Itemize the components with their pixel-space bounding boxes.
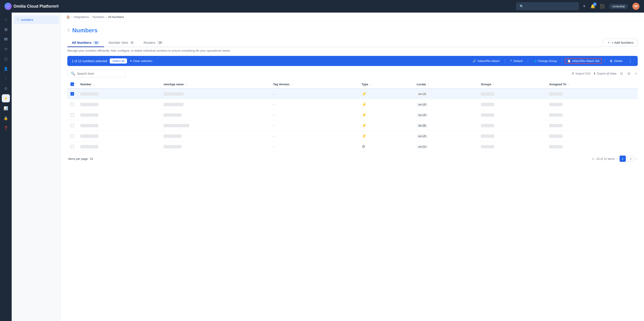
cell-tag: - xyxy=(270,120,358,131)
type-router-icon: ⚡ xyxy=(362,113,367,117)
detach-button[interactable]: ⇡ Detach xyxy=(508,58,525,64)
type-router-icon: ⚡ xyxy=(362,134,367,138)
table-row: +12 ········· SND.··· ···· ···· ·· - ⚡ e… xyxy=(67,88,638,99)
breadcrumb-integrations[interactable]: Integrations xyxy=(74,15,89,19)
global-search[interactable]: 🔍 xyxy=(516,2,579,10)
change-group-button[interactable]: 👥 Change Group xyxy=(531,58,559,64)
cell-assigned: ocp ····· xyxy=(546,131,638,142)
page-content: ⠿ Numbers All Numbers 12 Number Sets 0 R… xyxy=(61,22,644,321)
page-1-button[interactable]: 1 xyxy=(620,156,626,162)
attach-icon: 🔗 xyxy=(472,59,476,63)
search-input[interactable] xyxy=(77,72,122,76)
nav-users[interactable]: 👤 xyxy=(2,65,10,73)
cell-assigned: ocp ····· xyxy=(546,110,638,120)
attach-label: Attach/Re-Attach xyxy=(478,59,500,63)
col-type[interactable]: Type ↓ xyxy=(358,80,414,88)
attach-reattach-button[interactable]: 🔗 Attach/Re-Attach xyxy=(470,58,502,64)
cell-number: +12 ········· xyxy=(77,120,160,131)
avatar[interactable]: OP xyxy=(632,3,640,10)
clear-selection-button[interactable]: ✕ Clear selection xyxy=(130,59,152,63)
cell-type: ⚙ xyxy=(358,142,414,152)
prev-page-button[interactable]: ‹ xyxy=(616,157,618,161)
tab-number-sets-badge: 0 xyxy=(130,41,135,44)
nav-security[interactable]: 🔒 xyxy=(2,114,10,122)
sidebar: ⠿ numbers xyxy=(12,12,61,321)
next-page-button[interactable]: › xyxy=(636,157,637,161)
cell-locale: en-US xyxy=(414,131,478,142)
nav-help[interactable]: ❓ xyxy=(2,124,10,132)
search-box[interactable]: 🔍 xyxy=(67,70,126,78)
cell-number: +12 ········· xyxy=(77,88,160,99)
col-miniapp[interactable]: miniApp name ↓ xyxy=(160,80,270,88)
clear-x-icon: ✕ xyxy=(130,59,132,63)
cell-number: +12 ········· xyxy=(77,99,160,110)
nav-phone[interactable]: ☎ xyxy=(2,35,10,43)
tab-number-sets-label: Number Sets xyxy=(108,41,128,44)
table-row: +14 ········· testE ······· - ⚙ en-CA oc… xyxy=(67,142,638,152)
sidebar-item-numbers[interactable]: ⠿ numbers xyxy=(14,16,59,24)
cell-tag: - xyxy=(270,110,358,120)
more-actions-button[interactable]: ⋮ xyxy=(628,58,633,64)
toolbar: 🔍 ⬆ Import CSV ⬇ Export all Data ⊟ ⊞ ≡ xyxy=(67,70,638,78)
detach-icon: ⇡ xyxy=(510,59,512,63)
tab-number-sets[interactable]: Number Sets 0 xyxy=(104,38,139,47)
col-locale[interactable]: Locale ↓ xyxy=(414,80,478,88)
change-group-label: Change Group xyxy=(538,59,557,63)
user-pill[interactable]: Umbrellal xyxy=(609,4,628,9)
row-checkbox[interactable] xyxy=(70,145,74,148)
help-icon[interactable]: ✦ xyxy=(582,4,586,9)
import-label: Import CSV xyxy=(576,72,590,75)
breadcrumb-numbers[interactable]: Numbers xyxy=(93,15,104,19)
select-all-checkbox[interactable] xyxy=(70,82,74,86)
row-checkbox[interactable] xyxy=(70,113,74,117)
row-checkbox[interactable] xyxy=(70,92,74,96)
tab-routers-label: Routers xyxy=(144,41,156,44)
type-router-icon: ⚡ xyxy=(362,92,367,96)
delete-icon: 🗑 xyxy=(610,59,612,63)
export-all-button[interactable]: ⬇ Export all Data xyxy=(593,72,616,75)
tab-all-numbers[interactable]: All Numbers 12 xyxy=(67,38,104,47)
table-header-row: Number ↓ miniApp name ↓ Tag Version ↓ xyxy=(67,80,638,88)
attach-set-label: Attach/Re-Attach Set xyxy=(572,59,599,63)
attach-reattach-set-button[interactable]: 📋 Attach/Re-Attach Set xyxy=(565,58,602,64)
nav-settings[interactable]: ⚙ xyxy=(2,84,10,92)
items-per-page-value[interactable]: 10 xyxy=(90,157,93,160)
row-checkbox[interactable] xyxy=(70,124,74,127)
delete-button[interactable]: 🗑 Delete xyxy=(608,58,625,64)
list-view-button[interactable]: ≡ xyxy=(634,71,638,76)
nav-upload[interactable]: ↑ xyxy=(2,74,10,82)
logo-icon: ○ xyxy=(4,3,12,10)
number-sort-icon: ↓ xyxy=(93,82,95,86)
tab-routers-badge: 16 xyxy=(156,41,163,44)
export-label: Export all Data xyxy=(597,72,616,75)
nav-flows[interactable]: ⟳ xyxy=(2,45,10,53)
col-assigned[interactable]: Assigned To ↓ xyxy=(546,80,638,88)
grid-view-button[interactable]: ⊞ xyxy=(626,70,631,76)
nav-messages[interactable]: ◫ xyxy=(2,55,10,63)
nav-analytics[interactable]: 📊 xyxy=(2,104,10,112)
selection-bar: 1 of 12 numbers selected Select all ✕ Cl… xyxy=(67,56,638,66)
nav-integrations[interactable]: ⚡ xyxy=(2,94,10,102)
add-numbers-button[interactable]: ＋ + Add Numbers xyxy=(603,38,638,47)
nav-home[interactable]: ⌂ xyxy=(2,15,10,23)
page-2-button[interactable]: 2 xyxy=(628,156,634,162)
add-numbers-label: + Add Numbers xyxy=(612,41,634,44)
import-csv-button[interactable]: ⬆ Import CSV xyxy=(572,72,590,75)
row-checkbox[interactable] xyxy=(70,102,74,106)
select-all-button[interactable]: Select all xyxy=(110,58,127,64)
col-groups[interactable]: Groups ↓ xyxy=(478,80,546,88)
tab-routers[interactable]: Routers 16 xyxy=(139,38,168,47)
col-number[interactable]: Number ↓ xyxy=(77,80,160,88)
col-tagversion[interactable]: Tag Version ↓ xyxy=(270,80,358,88)
tab-all-numbers-badge: 12 xyxy=(93,41,100,44)
search-icon: 🔍 xyxy=(520,4,524,8)
drag-icon: ⠿ xyxy=(17,18,19,21)
row-checkbox[interactable] xyxy=(70,134,74,138)
notification-icon[interactable]: 🔔 2 xyxy=(590,4,595,9)
monitor-icon[interactable]: ⬛ xyxy=(600,4,605,9)
page-grid-icon: ⠿ xyxy=(67,28,70,32)
cell-miniapp: SND.··········· xyxy=(160,131,270,142)
nav-dashboard[interactable]: ▦ xyxy=(2,25,10,33)
filter-button[interactable]: ⊟ xyxy=(619,70,624,76)
breadcrumb-home-icon[interactable]: 🏠 xyxy=(66,15,70,19)
